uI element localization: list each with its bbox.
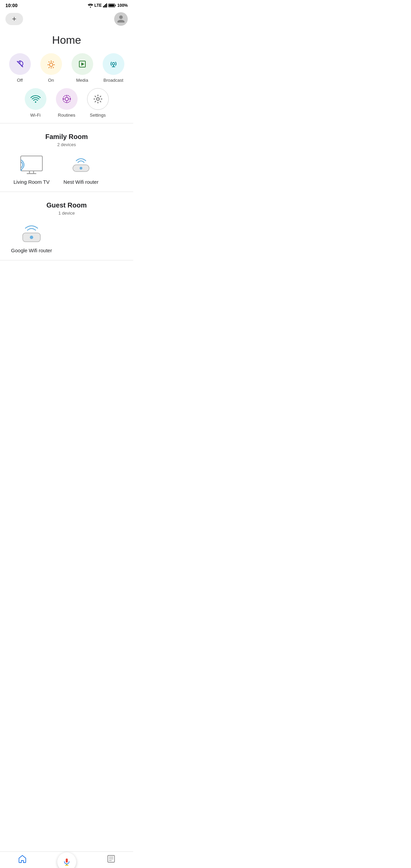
guest-room-subtitle: 1 device: [7, 211, 126, 216]
svg-point-23: [35, 101, 36, 103]
svg-point-37: [80, 167, 82, 170]
action-broadcast-label: Broadcast: [103, 78, 123, 83]
add-button[interactable]: +: [5, 13, 23, 25]
svg-marker-19: [81, 62, 84, 66]
user-avatar[interactable]: [114, 12, 128, 26]
top-bar: +: [0, 9, 133, 30]
living-room-tv-label: Living Room TV: [14, 179, 49, 185]
quick-actions: Off On: [0, 53, 133, 118]
action-routines-label: Routines: [58, 113, 75, 118]
divider-1: [0, 123, 133, 123]
action-on-label: On: [48, 78, 54, 83]
divider-2: [0, 192, 133, 192]
router-icon: [67, 155, 95, 175]
wifi-status-icon: [88, 3, 93, 7]
action-settings-circle: [87, 88, 109, 110]
wifi-icon: [30, 95, 41, 103]
action-off-label: Off: [17, 78, 23, 83]
svg-line-17: [53, 67, 54, 68]
page-title: Home: [0, 30, 133, 53]
svg-rect-6: [115, 5, 116, 6]
action-settings-label: Settings: [90, 113, 106, 118]
divider-3: [0, 260, 133, 260]
action-wifi-label: Wi-Fi: [30, 113, 40, 118]
svg-rect-3: [105, 4, 106, 7]
action-media-circle: [71, 53, 93, 75]
action-broadcast[interactable]: Broadcast: [101, 53, 126, 83]
svg-line-16: [49, 67, 49, 68]
guest-room-title: Guest Room: [7, 201, 126, 209]
action-settings[interactable]: Settings: [86, 88, 110, 118]
svg-line-15: [53, 62, 54, 62]
guest-room-devices: Google Wifi router: [7, 222, 126, 253]
media-icon: [78, 59, 87, 69]
signal-icon: [103, 3, 107, 7]
nest-wifi-router-label: Nest Wifi router: [63, 179, 98, 185]
google-wifi-router-icon: [18, 222, 45, 244]
family-room-subtitle: 2 devices: [7, 142, 126, 147]
nest-wifi-router[interactable]: Nest Wifi router: [59, 154, 103, 185]
action-off[interactable]: Off: [8, 53, 32, 83]
google-wifi-router[interactable]: Google Wifi router: [9, 222, 54, 253]
svg-rect-2: [104, 5, 105, 7]
quick-actions-row-1: Off On: [7, 53, 126, 83]
google-router-icon: [18, 221, 45, 245]
guest-room-section: Guest Room 1 device Google Wifi router: [0, 196, 133, 256]
action-on-circle: [40, 53, 62, 75]
quick-actions-row-2: Wi-Fi Routines: [7, 88, 126, 118]
lte-status: LTE: [95, 3, 102, 8]
action-routines[interactable]: Routines: [55, 88, 79, 118]
routines-icon: [62, 94, 72, 104]
battery-icon: [108, 3, 116, 7]
on-icon: [46, 59, 56, 69]
status-icons: LTE 100%: [88, 3, 128, 8]
living-room-tv[interactable]: Living Room TV: [9, 154, 54, 185]
svg-line-14: [49, 62, 49, 62]
off-icon: [15, 59, 25, 69]
google-wifi-router-label: Google Wifi router: [11, 248, 52, 253]
svg-rect-7: [109, 4, 115, 7]
avatar-icon: [117, 15, 125, 23]
svg-point-20: [112, 63, 115, 65]
status-time: 10:00: [5, 3, 18, 8]
action-broadcast-circle: [103, 53, 124, 75]
action-wifi-circle: [25, 88, 46, 110]
nest-wifi-router-icon: [67, 154, 95, 176]
svg-rect-1: [103, 6, 104, 7]
action-wifi[interactable]: Wi-Fi: [23, 88, 48, 118]
family-room-devices: Living Room TV Nest Wifi router: [7, 154, 126, 185]
status-bar: 10:00 LTE 100%: [0, 0, 133, 9]
settings-icon: [93, 94, 103, 104]
family-room-title: Family Room: [7, 133, 126, 141]
action-routines-circle: [56, 88, 78, 110]
svg-point-30: [97, 98, 99, 100]
svg-rect-4: [106, 3, 107, 7]
tv-icon: [18, 155, 45, 175]
svg-point-25: [65, 97, 68, 101]
action-on[interactable]: On: [39, 53, 63, 83]
broadcast-icon: [109, 59, 118, 69]
family-room-section: Family Room 2 devices: [0, 127, 133, 188]
action-media-label: Media: [76, 78, 88, 83]
battery-level: 100%: [117, 3, 128, 8]
action-off-circle: [9, 53, 31, 75]
svg-point-39: [30, 236, 33, 239]
svg-point-32: [21, 170, 22, 171]
living-room-tv-icon: [18, 154, 45, 176]
action-media[interactable]: Media: [70, 53, 95, 83]
svg-point-0: [90, 7, 91, 8]
svg-point-9: [49, 63, 53, 66]
